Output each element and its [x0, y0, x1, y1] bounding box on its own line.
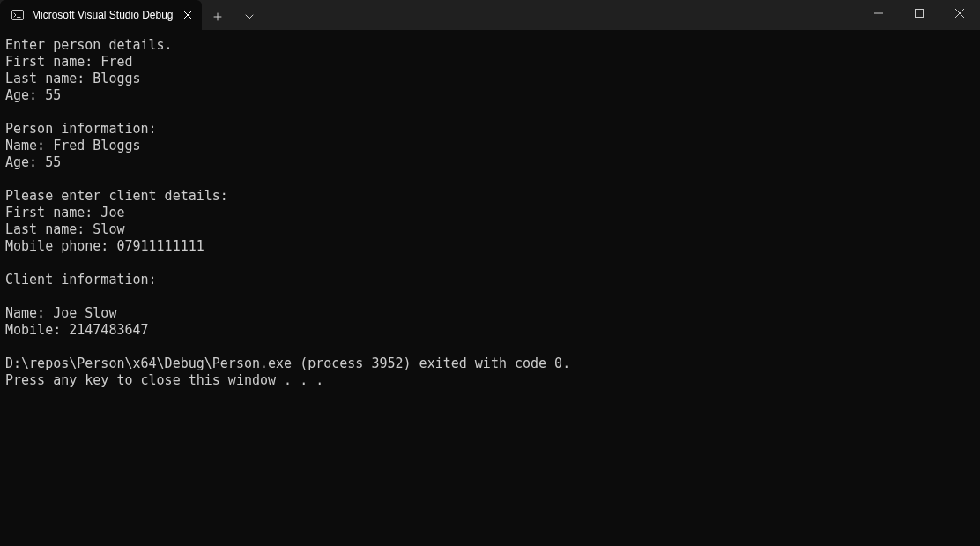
title-bar: Microsoft Visual Studio Debug: [0, 0, 980, 30]
close-window-button[interactable]: [939, 0, 980, 26]
tabs-area: Microsoft Visual Studio Debug: [0, 0, 265, 30]
svg-rect-0: [12, 11, 24, 20]
minimize-button[interactable]: [858, 0, 899, 26]
terminal-tab[interactable]: Microsoft Visual Studio Debug: [0, 0, 202, 30]
tab-dropdown-button[interactable]: [234, 4, 265, 29]
maximize-button[interactable]: [899, 0, 939, 26]
terminal-content[interactable]: Enter person details. First name: Fred L…: [0, 30, 980, 546]
window-caption-buttons: [858, 0, 980, 26]
svg-rect-3: [916, 10, 924, 18]
terminal-icon: [11, 8, 25, 22]
console-output: Enter person details. First name: Fred L…: [5, 37, 975, 389]
new-tab-button[interactable]: [202, 4, 234, 29]
tab-actions: [202, 0, 265, 30]
terminal-window: Microsoft Visual Studio Debug: [0, 0, 980, 546]
tab-title: Microsoft Visual Studio Debug: [32, 9, 174, 21]
close-tab-button[interactable]: [181, 8, 195, 22]
